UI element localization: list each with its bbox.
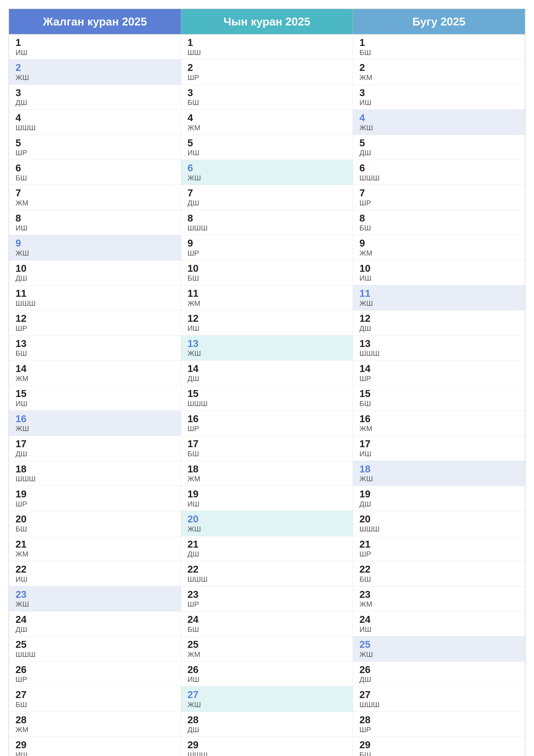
day-cell: 28 ЖМ bbox=[9, 712, 181, 737]
day-abbr: БШ bbox=[15, 174, 174, 182]
day-number: 27 bbox=[15, 689, 174, 700]
day-abbr: ШШ bbox=[188, 48, 346, 57]
day-number: 14 bbox=[359, 363, 519, 374]
day-number: 10 bbox=[188, 263, 346, 274]
day-cell: 5 ДШ bbox=[353, 135, 525, 160]
day-number: 25 bbox=[15, 639, 174, 650]
day-abbr: БШ bbox=[359, 575, 519, 583]
day-cell: 8 ИШ bbox=[9, 210, 181, 235]
day-abbr: БШ bbox=[359, 224, 519, 232]
day-abbr: ЖШ bbox=[359, 650, 519, 659]
day-number: 27 bbox=[188, 689, 346, 700]
day-abbr: ЖШ bbox=[15, 424, 174, 433]
day-abbr: ИШ bbox=[359, 274, 519, 283]
day-number: 15 bbox=[188, 388, 346, 399]
day-cell: 14 ДШ bbox=[181, 361, 353, 386]
day-number: 6 bbox=[359, 162, 519, 174]
day-cell: 3 ИШ bbox=[353, 85, 525, 110]
day-cell: 9 ШР bbox=[181, 235, 353, 260]
day-abbr: БШ bbox=[188, 98, 346, 107]
day-abbr: БШ bbox=[188, 274, 346, 283]
day-cell: 1 ИШ bbox=[9, 35, 181, 60]
day-cell: 29 БШ bbox=[353, 737, 525, 756]
day-cell: 6 ШШШ bbox=[353, 160, 525, 185]
day-abbr: ДШ bbox=[188, 199, 346, 207]
day-number: 5 bbox=[188, 138, 346, 148]
day-number: 12 bbox=[359, 313, 519, 324]
day-number: 20 bbox=[15, 514, 174, 525]
day-cell: 17 ДШ bbox=[9, 436, 181, 461]
day-number: 12 bbox=[188, 313, 346, 324]
day-abbr: ЖШ bbox=[359, 123, 519, 132]
day-number: 22 bbox=[15, 564, 174, 575]
day-cell: 26 ДШ bbox=[353, 662, 525, 687]
month-header-3: Бугу 2025 bbox=[353, 9, 525, 35]
day-abbr: ДШ bbox=[188, 725, 346, 734]
day-abbr: ДШ bbox=[359, 675, 519, 684]
day-cell: 13 ЖШ bbox=[181, 336, 353, 361]
day-cell: 11 ЖШ bbox=[353, 285, 525, 310]
day-cell: 11 ШШШ bbox=[9, 285, 181, 310]
day-abbr: ДШ bbox=[15, 274, 174, 283]
day-number: 29 bbox=[15, 740, 174, 750]
day-abbr: ШШШ bbox=[359, 349, 519, 358]
day-cell: 8 ШШШ bbox=[181, 210, 353, 235]
day-number: 28 bbox=[188, 715, 346, 725]
day-cell: 15 БШ bbox=[353, 386, 525, 411]
day-number: 11 bbox=[188, 288, 346, 299]
day-cell: 23 ЖШ bbox=[9, 586, 181, 611]
day-abbr: ЖМ bbox=[188, 650, 346, 659]
day-abbr: ИШ bbox=[188, 324, 346, 333]
day-cell: 25 ЖМ bbox=[181, 636, 353, 662]
day-abbr: ДШ bbox=[15, 98, 174, 107]
day-number: 13 bbox=[359, 338, 519, 349]
day-cell: 24 БШ bbox=[181, 611, 353, 636]
day-number: 5 bbox=[15, 138, 174, 148]
day-cell: 14 ЖМ bbox=[9, 361, 181, 386]
day-number: 28 bbox=[359, 715, 519, 725]
day-number: 27 bbox=[359, 689, 519, 700]
day-cell: 20 ЖШ bbox=[181, 511, 353, 536]
day-cell: 7 ДШ bbox=[181, 185, 353, 210]
day-number: 14 bbox=[188, 363, 346, 374]
day-number: 15 bbox=[359, 388, 519, 399]
day-abbr: ШР bbox=[15, 500, 174, 508]
day-number: 18 bbox=[359, 464, 519, 474]
day-cell: 5 ШР bbox=[9, 135, 181, 160]
day-number: 21 bbox=[15, 539, 174, 550]
day-number: 26 bbox=[15, 664, 174, 675]
day-cell: 7 ЖМ bbox=[9, 185, 181, 210]
day-number: 12 bbox=[15, 313, 174, 324]
day-cell: 10 ДШ bbox=[9, 260, 181, 285]
day-abbr: ШР bbox=[15, 148, 174, 157]
day-number: 10 bbox=[15, 263, 174, 274]
day-abbr: ЖМ bbox=[15, 374, 174, 383]
day-cell: 28 ШР bbox=[353, 712, 525, 737]
day-cell: 4 ЖМ bbox=[181, 110, 353, 135]
day-abbr: ЖМ bbox=[15, 725, 174, 734]
day-cell: 15 ШШШ bbox=[181, 386, 353, 411]
day-number: 24 bbox=[188, 614, 346, 625]
day-number: 10 bbox=[359, 263, 519, 274]
day-number: 16 bbox=[188, 413, 346, 424]
day-number: 1 bbox=[359, 37, 519, 48]
month-header-1: Жалган куран 2025 bbox=[9, 9, 181, 35]
day-number: 13 bbox=[188, 338, 346, 349]
day-number: 23 bbox=[359, 589, 519, 600]
calendar-grid: Жалган куран 2025 Чын куран 2025 Бугу 20… bbox=[9, 9, 525, 756]
day-cell: 15 ИШ bbox=[9, 386, 181, 411]
day-abbr: ЖМ bbox=[188, 123, 346, 132]
day-number: 4 bbox=[188, 112, 346, 123]
day-cell: 9 ЖМ bbox=[353, 235, 525, 260]
day-number: 24 bbox=[15, 614, 174, 625]
day-cell: 9 ЖШ bbox=[9, 235, 181, 260]
day-number: 7 bbox=[15, 187, 174, 199]
day-number: 15 bbox=[15, 388, 174, 399]
day-number: 20 bbox=[359, 514, 519, 525]
day-cell: 19 ШР bbox=[9, 486, 181, 511]
day-abbr: ДШ bbox=[15, 449, 174, 458]
day-number: 28 bbox=[15, 715, 174, 725]
day-cell: 18 ШШШ bbox=[9, 461, 181, 486]
day-number: 4 bbox=[15, 112, 174, 123]
day-cell: 4 ШШШ bbox=[9, 110, 181, 135]
